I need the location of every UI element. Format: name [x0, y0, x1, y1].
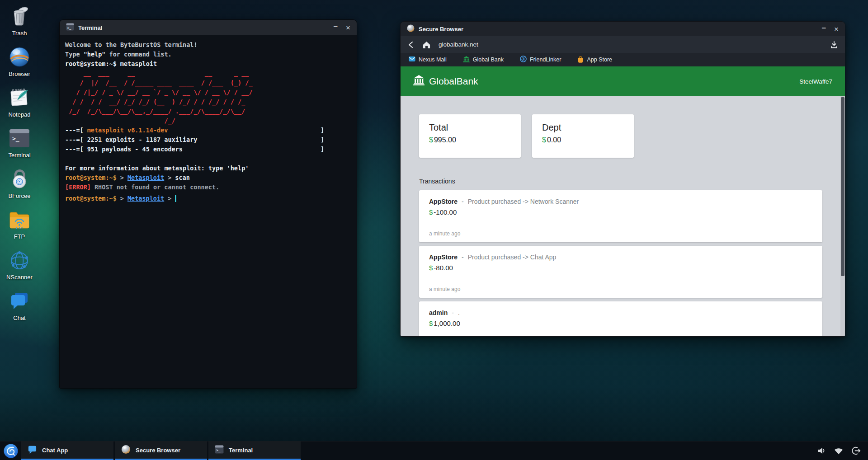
close-button[interactable]: ×	[346, 24, 350, 32]
transactions-list: AppStore-Product purchased -> Network Sc…	[419, 190, 822, 336]
bank-icon	[463, 56, 470, 64]
version-line: ---=[metasploit v6.1.14-dev]	[65, 126, 351, 135]
active-prompt-line: root@system:~$>Metasploit>	[65, 194, 351, 203]
metasploit-link[interactable]: Metasploit	[127, 174, 164, 181]
metasploit-link[interactable]: Metasploit	[127, 195, 164, 202]
start-menu-button[interactable]	[0, 441, 21, 460]
svg-text:>_: >_	[12, 135, 19, 142]
address-bar[interactable]: globalbank.net	[439, 41, 478, 48]
error-tag: [ERROR]	[65, 183, 91, 191]
desktop-icon-label: Terminal	[8, 152, 30, 159]
info-line: For more information about metasploit: t…	[65, 164, 351, 173]
chevron: >	[120, 195, 124, 202]
desktop-icon-terminal[interactable]: >_ Terminal	[4, 126, 35, 166]
currency-symbol: $	[429, 319, 433, 327]
metasploit-version: metasploit v6.1.14-dev	[87, 127, 168, 134]
minimize-button[interactable]: –	[822, 24, 826, 32]
bookmark-global-bank[interactable]: Global Bank	[463, 56, 504, 64]
back-icon[interactable]	[407, 41, 415, 49]
mail-icon	[409, 56, 415, 63]
transaction-row: AppStore-Product purchased -> Network Sc…	[419, 190, 822, 242]
stats-line-2: ---=[951 payloads - 45 encoders]	[65, 145, 351, 154]
taskbar-item-terminal[interactable]: >_ Terminal	[208, 441, 301, 460]
card-title: Total	[429, 122, 511, 133]
bank-columns-icon	[413, 75, 425, 88]
text-cursor	[175, 195, 176, 202]
browser-window-icon	[407, 24, 415, 34]
desktop: Trash Browser	[0, 0, 868, 460]
webpage-globalbank: GlobalBank SteelWaffe7 Total $995.00 Dep…	[401, 66, 845, 336]
svg-text:>_: >_	[216, 449, 221, 453]
prompt-label: root@system:~$	[65, 195, 117, 202]
total-balance-card: Total $995.00	[419, 114, 521, 158]
bookmarks-bar: Nexus Mail Global Bank FriendLinker App …	[401, 53, 845, 66]
terminal-window: >_ Terminal – × Welcome to the ByteBurst…	[59, 19, 357, 389]
desktop-icon-notepad[interactable]: Notepad	[4, 85, 35, 126]
command-text: metasploit	[120, 60, 157, 67]
home-icon[interactable]	[422, 41, 431, 49]
command-text: scan	[175, 174, 190, 181]
power-logout-icon[interactable]	[851, 446, 861, 456]
volume-icon[interactable]	[816, 446, 826, 456]
scrollbar-thumb[interactable]	[841, 97, 844, 276]
bank-brand-name: GlobalBank	[429, 76, 478, 87]
taskbar-item-chat-app[interactable]: Chat App	[21, 441, 113, 460]
notepad-icon	[8, 85, 31, 110]
desktop-icon-nscanner[interactable]: NScanner	[4, 248, 35, 288]
taskbar-item-secure-browser[interactable]: Secure Browser	[115, 441, 207, 460]
close-button[interactable]: ×	[834, 25, 839, 33]
error-message: RHOST not found or cannot connect.	[94, 183, 219, 191]
transaction-amount: 1,000.00	[434, 319, 460, 327]
desktop-icon-label: FTP	[14, 233, 25, 240]
desktop-icon-label: Chat	[13, 314, 25, 321]
chevron: >	[120, 174, 124, 181]
terminal-output[interactable]: Welcome to the ByteBurstOS terminal! Typ…	[60, 35, 357, 208]
browser-titlebar[interactable]: Secure Browser – ×	[401, 22, 845, 36]
transaction-description: Product purchased -> Chat App	[468, 253, 557, 261]
currency-symbol: $	[429, 208, 433, 216]
taskbar-item-label: Secure Browser	[136, 447, 180, 454]
svg-text:>_: >_	[67, 26, 71, 30]
terminal-window-title: Terminal	[78, 24, 102, 31]
desktop-icon-ftp[interactable]: FTP FTP	[4, 207, 35, 248]
currency-symbol: $	[429, 264, 433, 272]
wifi-icon[interactable]	[834, 446, 844, 456]
minimize-button[interactable]: –	[334, 23, 338, 30]
download-icon[interactable]	[830, 41, 838, 49]
transaction-description: Product purchased -> Network Scanner	[468, 198, 579, 205]
stats-line-1: ---=[2251 exploits - 1187 auxiliary]	[65, 135, 351, 145]
currency-symbol: $	[429, 136, 433, 144]
desktop-icon-browser[interactable]: Browser	[4, 44, 35, 85]
bookmark-nexus-mail[interactable]: Nexus Mail	[409, 56, 447, 63]
transaction-actor: AppStore	[429, 198, 458, 205]
terminal-icon: >_	[9, 126, 30, 151]
currency-symbol: $	[542, 136, 546, 144]
card-amount: 0.00	[547, 136, 561, 144]
bookmark-app-store[interactable]: App Store	[577, 56, 612, 64]
balance-summary-row: Total $995.00 Dept $0.00	[419, 114, 822, 158]
browser-navbar: globalbank.net	[401, 36, 845, 53]
browser-sphere-icon	[121, 445, 131, 455]
bookmark-friendlinker[interactable]: FriendLinker	[520, 56, 561, 64]
terminal-window-icon: >_	[66, 23, 74, 33]
desktop-icon-label: Browser	[9, 70, 30, 77]
desktop-icon-column: Trash Browser	[4, 4, 35, 329]
desktop-icon-bforcee[interactable]: BForcee	[4, 166, 35, 207]
logged-in-username: SteelWaffe7	[799, 78, 832, 85]
card-title: Dept	[542, 122, 624, 133]
chevron: >	[168, 195, 171, 202]
taskbar-item-label: Chat App	[42, 447, 68, 454]
transaction-amount: -100.00	[434, 208, 457, 216]
command-line-scan: root@system:~$>Metasploit>scan	[65, 173, 351, 183]
chat-bubble-icon	[28, 445, 37, 455]
bank-header: GlobalBank SteelWaffe7	[401, 66, 845, 96]
prompt-label: root@system:~$	[65, 174, 117, 181]
transaction-time: a minute ago	[429, 230, 812, 237]
terminal-titlebar[interactable]: >_ Terminal – ×	[60, 20, 357, 35]
desktop-icon-chat[interactable]: Chat	[4, 288, 35, 329]
error-line: [ERROR]RHOST not found or cannot connect…	[65, 183, 351, 192]
page-scrollbar[interactable]	[840, 96, 845, 336]
blank-line	[65, 154, 351, 164]
desktop-icon-trash[interactable]: Trash	[4, 4, 35, 44]
network-globe-icon	[8, 248, 31, 273]
